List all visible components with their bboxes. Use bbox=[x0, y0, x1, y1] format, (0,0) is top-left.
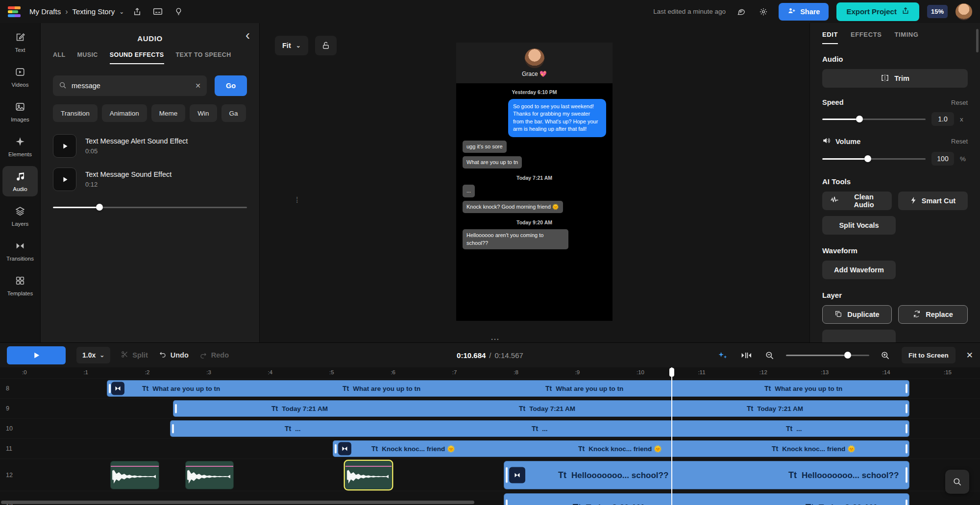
sidebar-item-elements[interactable]: Elements bbox=[2, 131, 38, 162]
captions-icon[interactable] bbox=[150, 4, 165, 19]
clip-trim-handle[interactable] bbox=[906, 384, 907, 393]
clip-trim-handle[interactable] bbox=[109, 384, 111, 393]
unlock-icon[interactable] bbox=[315, 36, 337, 55]
tab-all[interactable]: ALL bbox=[53, 51, 66, 64]
duplicate-button[interactable]: Duplicate bbox=[822, 305, 892, 324]
text-clip[interactable]: TtHellooooooo... school??TtHellooooooo..… bbox=[504, 461, 909, 489]
comments-icon[interactable] bbox=[734, 4, 748, 19]
share-button[interactable]: Share bbox=[779, 3, 829, 21]
collapse-panel-icon[interactable]: ‹ bbox=[245, 29, 250, 42]
tab-music[interactable]: MUSIC bbox=[77, 51, 98, 64]
audio-clip-selected[interactable] bbox=[345, 461, 392, 489]
sidebar-item-videos[interactable]: Videos bbox=[2, 62, 38, 92]
tab-timing[interactable]: TIMING bbox=[894, 31, 918, 44]
search-field[interactable]: ✕ bbox=[53, 75, 207, 96]
fit-zoom-dropdown[interactable]: Fit ⌄ bbox=[275, 36, 308, 55]
clip-trim-handle[interactable] bbox=[506, 500, 508, 505]
export-project-button[interactable]: Export Project bbox=[836, 2, 919, 21]
progress-knob[interactable] bbox=[96, 204, 103, 211]
play-sound-button[interactable] bbox=[53, 168, 76, 191]
discount-badge[interactable]: 15% bbox=[927, 5, 948, 18]
slider-knob[interactable] bbox=[864, 155, 871, 162]
speed-reset-button[interactable]: Reset bbox=[951, 99, 968, 106]
sidebar-item-layers[interactable]: Layers bbox=[2, 201, 38, 231]
chevron-down-icon[interactable]: ⌄ bbox=[119, 9, 124, 15]
text-clip[interactable]: TtWhat are you up to tnTtWhat are you up… bbox=[107, 380, 909, 397]
audio-clip[interactable] bbox=[185, 461, 234, 489]
speed-slider[interactable] bbox=[822, 116, 926, 122]
zoom-out-icon[interactable] bbox=[762, 348, 777, 362]
clip-trim-handle[interactable] bbox=[906, 467, 907, 483]
filter-chip-ga[interactable]: Ga bbox=[221, 104, 246, 122]
play-button[interactable] bbox=[7, 346, 66, 364]
tab-effects[interactable]: EFFECTS bbox=[851, 31, 882, 44]
play-sound-button[interactable] bbox=[53, 134, 76, 158]
transition-icon[interactable] bbox=[338, 442, 351, 456]
settings-gear-icon[interactable] bbox=[756, 4, 771, 19]
clip-trim-handle[interactable] bbox=[347, 470, 349, 480]
volume-value[interactable]: 100 bbox=[931, 152, 954, 166]
zoom-in-icon[interactable] bbox=[878, 348, 893, 362]
undo-button[interactable]: Undo bbox=[159, 351, 189, 360]
trim-button[interactable]: Trim bbox=[822, 69, 968, 88]
clip-trim-handle[interactable] bbox=[906, 404, 907, 413]
sidebar-item-audio[interactable]: Audio bbox=[2, 166, 38, 196]
sidebar-item-text[interactable]: Text bbox=[2, 27, 38, 57]
filter-chip-meme[interactable]: Meme bbox=[151, 104, 186, 122]
speed-value[interactable]: 1.0 bbox=[931, 112, 954, 126]
slider-knob[interactable] bbox=[844, 352, 851, 359]
video-preview[interactable]: Grace 💖 Yesterday 6:10 PMSo good to see … bbox=[456, 43, 612, 321]
share-upload-icon[interactable] bbox=[130, 4, 145, 19]
clear-search-icon[interactable]: ✕ bbox=[195, 82, 201, 90]
partial-button[interactable] bbox=[822, 330, 896, 342]
right-panel-scrollbar[interactable] bbox=[976, 29, 979, 52]
text-clip[interactable]: TtToday 9:20 AMTtToday 9:20 AM bbox=[504, 493, 909, 505]
text-clip[interactable]: Tt...Tt...Tt... bbox=[170, 420, 909, 437]
volume-reset-button[interactable]: Reset bbox=[951, 138, 968, 145]
clip-trim-handle[interactable] bbox=[187, 470, 189, 480]
filter-chip-win[interactable]: Win bbox=[190, 104, 217, 122]
add-waveform-button[interactable]: Add Waveform bbox=[822, 261, 896, 279]
clip-trim-handle[interactable] bbox=[172, 424, 174, 433]
kapwing-logo[interactable] bbox=[8, 6, 21, 17]
clip-trim-handle[interactable] bbox=[906, 500, 907, 505]
volume-slider[interactable] bbox=[822, 155, 926, 162]
transition-icon[interactable] bbox=[509, 467, 525, 483]
filter-chip-transition[interactable]: Transition bbox=[53, 104, 98, 122]
smart-cut-button[interactable]: Smart Cut bbox=[898, 192, 968, 210]
tab-sound-effects[interactable]: SOUND EFFECTS bbox=[110, 51, 164, 64]
sidebar-item-transitions[interactable]: Transitions bbox=[2, 236, 38, 266]
clip-trim-handle[interactable] bbox=[335, 444, 337, 454]
panel-resize-handle[interactable]: ⁞ bbox=[296, 198, 298, 203]
suggestions-lightbulb-icon[interactable] bbox=[171, 4, 186, 19]
audio-preview-progress[interactable] bbox=[53, 204, 247, 211]
clip-trim-handle[interactable] bbox=[112, 470, 114, 480]
text-clip[interactable]: TtKnock knoc... friend 🌞TtKnock knoc... … bbox=[333, 440, 909, 457]
playhead-handle[interactable] bbox=[669, 368, 674, 377]
clip-trim-handle[interactable] bbox=[906, 444, 907, 454]
text-clip[interactable]: TtToday 7:21 AMTtToday 7:21 AMTtToday 7:… bbox=[173, 400, 909, 417]
playback-speed-dropdown[interactable]: 1.0x ⌄ bbox=[76, 347, 110, 363]
timeline-horizontal-scrollbar[interactable] bbox=[1, 501, 474, 504]
fit-to-screen-button[interactable]: Fit to Screen bbox=[902, 347, 956, 363]
clean-audio-button[interactable]: Clean Audio bbox=[822, 192, 892, 210]
clip-trim-handle[interactable] bbox=[175, 404, 177, 413]
transition-icon[interactable] bbox=[111, 382, 124, 395]
clip-trim-handle[interactable] bbox=[506, 467, 508, 483]
slider-knob[interactable] bbox=[856, 116, 863, 122]
sidebar-item-templates[interactable]: Templates bbox=[2, 270, 38, 301]
playhead[interactable] bbox=[671, 367, 672, 505]
zoom-slider[interactable] bbox=[786, 352, 869, 359]
tab-text-to-speech[interactable]: TEXT TO SPEECH bbox=[176, 51, 231, 64]
sidebar-item-images[interactable]: Images bbox=[2, 96, 38, 127]
magic-tools-icon[interactable] bbox=[715, 348, 730, 362]
replace-button[interactable]: Replace bbox=[898, 305, 968, 324]
zoom-to-fit-icon[interactable] bbox=[739, 348, 754, 362]
timeline-ruler[interactable]: :0:1:2:3:4:5:6:7:8:9:10:11:12:13:14:15 bbox=[0, 367, 980, 378]
close-timeline-icon[interactable]: ✕ bbox=[966, 350, 973, 361]
tab-edit[interactable]: EDIT bbox=[822, 31, 838, 44]
redo-button[interactable]: Redo bbox=[199, 351, 229, 359]
user-avatar[interactable] bbox=[956, 3, 972, 20]
search-input[interactable] bbox=[72, 82, 190, 90]
audio-clip[interactable] bbox=[110, 461, 159, 489]
